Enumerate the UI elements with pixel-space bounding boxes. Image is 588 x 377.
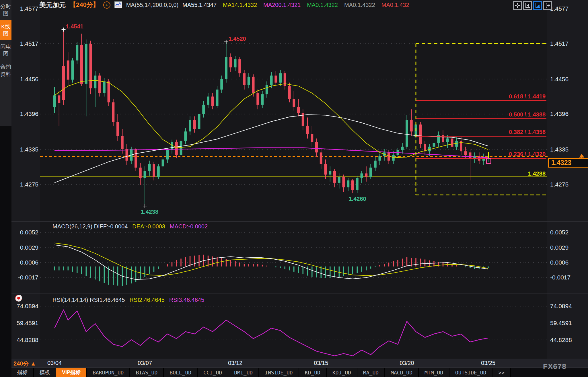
price-axis-label: 1.4517 xyxy=(550,40,568,47)
ma-value: MA0:1.4322 xyxy=(344,2,375,8)
candlestick-chart[interactable] xyxy=(0,0,588,377)
indicator-value: MACD:-0.0002 xyxy=(170,223,208,230)
indicator-tab[interactable]: MA_UD xyxy=(357,368,385,377)
date-tick: 03/25 xyxy=(481,360,495,366)
date-tick: 03/12 xyxy=(228,360,242,366)
sidebar-item-selected[interactable]: K线图 xyxy=(0,20,11,40)
sidebar-item-view[interactable]: 合约资料 xyxy=(0,60,11,80)
header-toolbar xyxy=(513,1,552,10)
date-tick: 03/15 xyxy=(314,360,328,366)
price-axis-label: 1.4456 xyxy=(550,76,568,83)
pan-crosshair-icon[interactable] xyxy=(513,1,522,10)
chart-application: 分时图K线图闪电图合约资料 美元加元 【240分】 + MA(55,14,200… xyxy=(0,0,588,377)
alarm-dot-icon[interactable] xyxy=(15,295,22,302)
indicator-tab[interactable]: 指标 xyxy=(11,368,34,377)
indicator-value: RSI3:46.4645 xyxy=(169,297,204,303)
fib-level-label: 0.618 \ 1.4419 xyxy=(460,93,546,100)
price-axis-label: 1.4517 xyxy=(11,40,38,47)
shift-right-icon[interactable] xyxy=(543,1,552,10)
macd-header: MACD(26,12,9) DIFF:-0.0004DEA:-0.0003MAC… xyxy=(52,223,208,230)
indicator-tab[interactable]: CCI_UD xyxy=(198,368,228,377)
indicator-value: MACD(26,12,9) DIFF:-0.0004 xyxy=(52,223,128,230)
ma-value: MA200:1.4321 xyxy=(263,2,301,8)
axis-autoscale-icon[interactable] xyxy=(533,1,542,10)
indicator-tab[interactable]: VIP指标 xyxy=(56,368,87,377)
rsi-axis-label: 74.0894 xyxy=(11,303,38,310)
price-marker-label: 1.4260 xyxy=(349,196,366,202)
price-axis-label: 1.4335 xyxy=(550,146,568,153)
indicator-tab[interactable]: BOLL_UD xyxy=(164,368,198,377)
rsi-axis-label: 59.4591 xyxy=(550,320,572,327)
price-axis-label: 1.4396 xyxy=(11,110,38,117)
macd-axis-label: 0.0006 xyxy=(11,259,38,266)
rsi-axis-label: 44.8288 xyxy=(550,337,572,343)
ma-value: MA0:1.432 xyxy=(381,2,409,8)
price-axis-label: 1.4335 xyxy=(11,146,38,153)
macd-axis-label: 0.0006 xyxy=(550,259,568,266)
sidebar-item-view[interactable]: 分时图 xyxy=(0,0,11,20)
rsi-axis-label: 59.4591 xyxy=(11,320,38,327)
fib-level-label: 0.382 \ 1.4358 xyxy=(460,129,546,135)
indicator-tab[interactable]: KD_UD xyxy=(299,368,327,377)
period-badge[interactable]: 240分 ▲ xyxy=(13,360,36,368)
date-tick: 03/04 xyxy=(47,360,62,366)
macd-axis-label: -0.0017 xyxy=(11,274,38,281)
macd-axis-label: 0.0052 xyxy=(11,229,38,236)
period-selector[interactable]: 【240分】 xyxy=(70,1,99,9)
ma-params: MA(55,14,200,0,0,0) xyxy=(126,2,178,8)
add-overlay-icon[interactable]: + xyxy=(103,1,110,9)
ma-values: MA55:1.4347MA14:1.4332MA200:1.4321MA0:1.… xyxy=(182,2,409,8)
rsi-axis-label: 74.0894 xyxy=(550,303,572,310)
indicator-tabbar: 指标模板VIP指标BARUPDN_UDBIAS_UDBOLL_UDCCI_UDD… xyxy=(0,368,588,377)
sidebar-item-view[interactable]: 闪电图 xyxy=(0,40,11,60)
price-axis-label: 1.4275 xyxy=(550,181,568,188)
price-marker-label: 1.4520 xyxy=(229,36,246,42)
date-tick: 03/20 xyxy=(400,360,414,366)
chart-header: 美元加元 【240分】 + MA(55,14,200,0,0,0) MA55:1… xyxy=(39,0,409,10)
fib-level-label: 0.500 \ 1.4388 xyxy=(460,111,546,118)
rsi-axis-label: 44.8288 xyxy=(11,337,38,343)
indicator-tab[interactable]: INSIDE_UD xyxy=(259,368,299,377)
date-tick: 03/07 xyxy=(138,360,152,366)
sidebar: 分时图K线图闪电图合约资料 xyxy=(0,0,11,377)
price-marker-label: 1.4541 xyxy=(66,23,83,30)
axis-scale-icon[interactable] xyxy=(523,1,532,10)
watermark: FX678 xyxy=(543,362,566,371)
symbol-title: 美元加元 xyxy=(39,1,66,9)
price-up-arrow-icon xyxy=(579,151,584,158)
indicator-value: DEA:-0.0003 xyxy=(132,223,165,230)
current-price-box: 1.4323 xyxy=(548,158,588,168)
price-axis-label: 1.4577 xyxy=(11,5,38,12)
indicator-tab[interactable]: KDJ_UD xyxy=(327,368,357,377)
price-axis-label: 1.4396 xyxy=(550,110,568,117)
ma-value: MA0:1.4322 xyxy=(307,2,338,8)
macd-axis-label: -0.0017 xyxy=(550,274,571,281)
indicator-tab[interactable]: OUTSIDE_UD xyxy=(449,368,492,377)
ma-value: MA14:1.4332 xyxy=(223,2,257,8)
ma-value: MA55:1.4347 xyxy=(182,2,217,8)
price-axis-label: 1.4577 xyxy=(550,5,568,12)
rsi-header: RSI(14,14,14) RSI1:46.4645RSI2:46.4645RS… xyxy=(52,297,204,303)
indicator-value: RSI(14,14,14) RSI1:46.4645 xyxy=(52,297,125,303)
indicator-tab[interactable]: MACD_UD xyxy=(385,368,419,377)
indicator-tab[interactable]: 模板 xyxy=(34,368,56,377)
indicator-tab[interactable]: DMI_UD xyxy=(228,368,259,377)
fib-level-label: 0.236 \ 1.4320 xyxy=(460,151,546,158)
macd-axis-label: 0.0029 xyxy=(11,244,38,251)
price-marker-label: 1.4238 xyxy=(141,209,158,215)
price-axis-label: 1.4275 xyxy=(11,181,38,188)
indicator-tab[interactable]: BARUPDN_UD xyxy=(87,368,130,377)
support-price-label: 1.4288 xyxy=(513,170,546,177)
line-chart-icon[interactable] xyxy=(114,1,122,8)
macd-axis-label: 0.0052 xyxy=(550,229,568,236)
indicator-tab[interactable]: MTM_UD xyxy=(419,368,449,377)
indicator-tab[interactable]: BIAS_UD xyxy=(130,368,164,377)
macd-axis-label: 0.0029 xyxy=(550,244,568,251)
tabs-overflow-button[interactable]: >> xyxy=(492,368,511,377)
price-axis-label: 1.4456 xyxy=(11,76,38,83)
sidebar-spacer xyxy=(0,126,11,377)
indicator-value: RSI2:46.4645 xyxy=(129,297,164,303)
date-axis: 240分 ▲ 03/0403/0703/1203/1503/2003/25 xyxy=(0,359,588,368)
